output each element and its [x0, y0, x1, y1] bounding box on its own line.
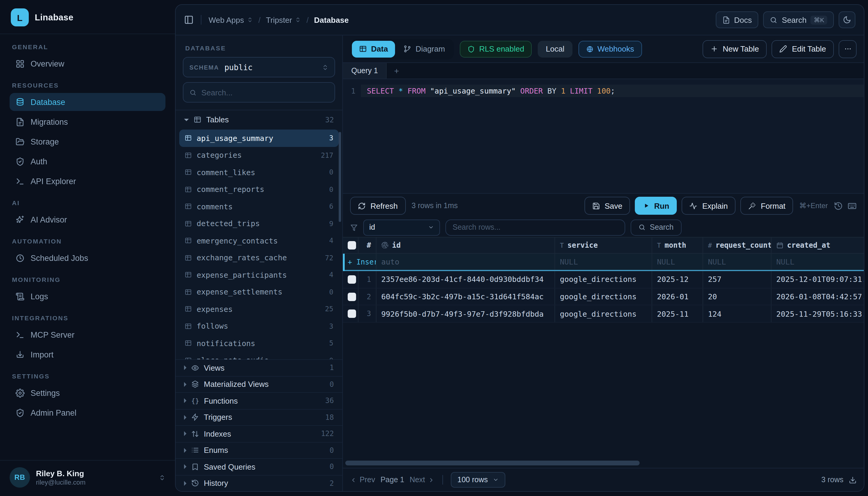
row-checkbox[interactable]: [348, 275, 356, 284]
scrollbar-thumb[interactable]: [345, 461, 640, 465]
table-item-comments[interactable]: comments 6: [179, 198, 339, 215]
table-item-categories[interactable]: categories 217: [179, 146, 339, 164]
group-saved-queries[interactable]: Saved Queries 0: [176, 458, 342, 475]
run-button[interactable]: Run: [635, 197, 677, 215]
data-cell[interactable]: 9926f5b0-d7b7-49f3-97e7-d3f928bfdbda: [376, 306, 555, 322]
table-item-place_note_audio[interactable]: place_note_audio 0: [179, 352, 339, 359]
horizontal-scrollbar[interactable]: [345, 461, 862, 465]
table-item-comment_likes[interactable]: comment_likes 0: [179, 164, 339, 181]
sidebar-item-overview[interactable]: Overview: [10, 55, 165, 73]
table-item-follows[interactable]: follows 3: [179, 317, 339, 335]
table-item-api_usage_summary[interactable]: api_usage_summary 3: [179, 129, 339, 146]
insert-cell[interactable]: NULL: [652, 254, 703, 270]
table-item-notifications[interactable]: notifications 5: [179, 335, 339, 352]
column-header-id[interactable]: id: [376, 237, 555, 253]
column-header-request_count[interactable]: #request_count: [703, 237, 771, 253]
data-cell[interactable]: 20: [703, 288, 771, 305]
table-item-emergency_contacts[interactable]: emergency_contacts 4: [179, 232, 339, 249]
insert-cell[interactable]: auto: [376, 254, 555, 270]
sidebar-item-ai-advisor[interactable]: AI Advisor: [10, 211, 165, 229]
table-row[interactable]: 2 604fc59c-3b2c-497b-a15c-31d641f584acgo…: [343, 288, 864, 305]
panel-toggle-icon[interactable]: [184, 15, 194, 25]
download-icon[interactable]: [849, 476, 857, 484]
sidebar-item-import[interactable]: Import: [10, 345, 165, 363]
insert-cell[interactable]: NULL: [703, 254, 771, 270]
next-page-button[interactable]: Next: [410, 476, 435, 484]
sidebar-item-admin-panel[interactable]: Admin Panel: [10, 404, 165, 422]
edit-table-button[interactable]: Edit Table: [771, 40, 834, 58]
search-button[interactable]: Search ⌘K: [763, 11, 834, 28]
data-cell[interactable]: google_directions: [555, 288, 652, 305]
group-enums[interactable]: Enums 0: [176, 442, 342, 458]
row-search-input[interactable]: [445, 219, 625, 235]
query-tab[interactable]: Query 1: [343, 63, 387, 79]
column-header-month[interactable]: Tmonth: [652, 237, 703, 253]
data-cell[interactable]: 604fc59c-3b2c-497b-a15c-31d641f584ac: [376, 288, 555, 305]
more-options-button[interactable]: [839, 40, 857, 58]
insert-row-button[interactable]: + Insert: [343, 254, 376, 270]
breadcrumb-database[interactable]: Database: [314, 15, 349, 24]
group-functions[interactable]: {} Functions 36: [176, 392, 342, 409]
new-table-button[interactable]: New Table: [702, 40, 767, 58]
insert-cell[interactable]: NULL: [771, 254, 864, 270]
grid-insert-row[interactable]: + Insert auto NULL NULL NULL NULL: [343, 254, 864, 271]
sidebar-item-storage[interactable]: Storage: [10, 133, 165, 151]
group-history[interactable]: History 2: [176, 475, 342, 491]
data-cell[interactable]: 2025-11-29T05:16:33.8: [771, 306, 864, 322]
schema-select[interactable]: SCHEMA public: [183, 57, 335, 77]
sql-editor[interactable]: 1 SELECT * FROM "api_usage_summary" ORDE…: [343, 79, 864, 193]
data-cell[interactable]: 2025-12: [652, 271, 703, 288]
data-cell[interactable]: 2026-01: [652, 288, 703, 305]
table-item-comment_reports[interactable]: comment_reports 0: [179, 181, 339, 198]
explain-button[interactable]: Explain: [682, 197, 736, 215]
rows-per-page-select[interactable]: 100 rows: [451, 472, 505, 487]
column-header-created_at[interactable]: created_at: [771, 237, 864, 253]
sidebar-item-settings[interactable]: Settings: [10, 384, 165, 402]
group-triggers[interactable]: Triggers 18: [176, 409, 342, 425]
table-row[interactable]: 3 9926f5b0-d7b7-49f3-97e7-d3f928bfdbdago…: [343, 306, 864, 323]
sidebar-item-mcp-server[interactable]: MCP Server: [10, 326, 165, 344]
sidebar-item-api-explorer[interactable]: API Explorer: [10, 172, 165, 190]
docs-button[interactable]: Docs: [716, 11, 758, 28]
table-item-expenses[interactable]: expenses 25: [179, 300, 339, 317]
refresh-button[interactable]: Refresh: [350, 197, 405, 215]
sidebar-item-auth[interactable]: Auth: [10, 152, 165, 170]
row-checkbox[interactable]: [348, 292, 356, 301]
sidebar-item-logs[interactable]: Logs: [10, 287, 165, 305]
table-row[interactable]: 1 2357ee86-203d-41cf-8440-0d930bddbf34go…: [343, 271, 864, 288]
theme-toggle-button[interactable]: [839, 11, 855, 28]
row-checkbox[interactable]: [348, 309, 356, 318]
row-search-button[interactable]: Search: [631, 219, 681, 235]
group-views[interactable]: Views 1: [176, 359, 342, 376]
column-header-service[interactable]: Tservice: [555, 237, 652, 253]
scrollbar-thumb[interactable]: [339, 132, 341, 222]
data-cell[interactable]: 2357ee86-203d-41cf-8440-0d930bddbf34: [376, 271, 555, 288]
add-query-tab-button[interactable]: +: [387, 63, 406, 79]
breadcrumb-web-apps[interactable]: Web Apps: [209, 15, 253, 24]
select-all-checkbox[interactable]: [348, 241, 356, 249]
sidebar-search-input[interactable]: [202, 88, 328, 97]
tables-group-header[interactable]: Tables 32: [176, 110, 342, 129]
data-cell[interactable]: 257: [703, 271, 771, 288]
group-indexes[interactable]: Indexes 122: [176, 425, 342, 442]
sidebar-item-database[interactable]: Database: [10, 93, 165, 111]
data-cell[interactable]: google_directions: [555, 306, 652, 322]
badge-webhooks[interactable]: Webhooks: [578, 41, 642, 57]
data-cell[interactable]: 2026-01-08T04:42:57.3: [771, 288, 864, 305]
data-cell[interactable]: 2025-12-01T09:07:31.4: [771, 271, 864, 288]
sidebar-item-migrations[interactable]: Migrations: [10, 113, 165, 131]
format-button[interactable]: Format: [740, 197, 793, 215]
prev-page-button[interactable]: Prev: [350, 476, 375, 484]
table-item-exchange_rates_cache[interactable]: exchange_rates_cache 72: [179, 249, 339, 266]
tab-data[interactable]: Data: [352, 41, 395, 57]
keyboard-icon[interactable]: [848, 201, 857, 210]
table-item-detected_trips[interactable]: detected_trips 9: [179, 215, 339, 232]
data-cell[interactable]: google_directions: [555, 271, 652, 288]
group-materialized-views[interactable]: Materialized Views 0: [176, 376, 342, 392]
insert-cell[interactable]: NULL: [555, 254, 652, 270]
history-icon[interactable]: [834, 201, 843, 210]
sidebar-item-scheduled-jobs[interactable]: Scheduled Jobs: [10, 249, 165, 267]
save-button[interactable]: Save: [584, 197, 630, 215]
table-item-expense_settlements[interactable]: expense_settlements 0: [179, 283, 339, 300]
table-item-expense_participants[interactable]: expense_participants 4: [179, 266, 339, 283]
